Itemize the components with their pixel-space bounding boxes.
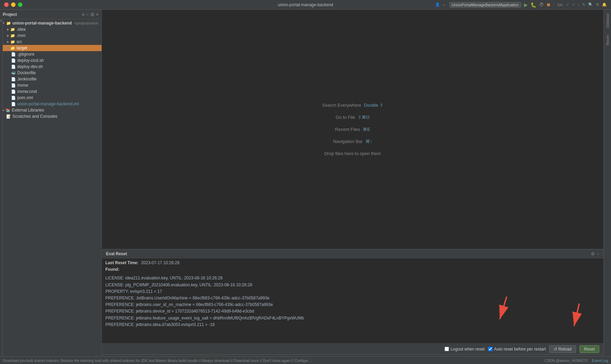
traffic-lights: [4, 2, 22, 7]
tree-label: union-portal-manage-backend.iml: [17, 102, 79, 106]
bottom-panel-header: Eval Reset ⚙ −: [102, 249, 603, 258]
found-line: Found:: [105, 266, 600, 273]
recent-files-label: Recent Files: [335, 127, 360, 132]
auto-reset-label: Auto reset before per restart: [494, 347, 546, 352]
search-everywhere-shortcut: Double ⇧: [364, 103, 383, 108]
sidebar-settings-icon[interactable]: ⚙: [90, 12, 95, 17]
tree-item-mvnw-cmd[interactable]: 📄 mvnw.cmd: [0, 88, 102, 95]
go-to-file-label: Go to File: [336, 115, 355, 120]
recent-files-shortcut: ⌘E: [363, 127, 370, 132]
tree-item-scratches[interactable]: 📝 Scratches and Consoles: [0, 113, 102, 119]
close-button[interactable]: [4, 2, 9, 7]
run-button[interactable]: ▶: [524, 2, 528, 8]
tree-item-mvn[interactable]: ▶ 📁 .mvn: [0, 32, 102, 39]
tree-label: .gitignore: [17, 52, 34, 57]
tree-item-iml[interactable]: 📄 union-portal-manage-backend.iml: [0, 101, 102, 107]
tree-label: deploy-dev.sh: [17, 64, 43, 69]
nav-bar-shortcut: ⌘↑: [365, 139, 372, 144]
status-bar-right: CSDN @weixin_44384273 Event Log: [545, 358, 608, 363]
tree-label: Scratches and Consoles: [12, 114, 57, 119]
tree-label: target: [17, 46, 27, 50]
tree-label: External Libraries: [12, 108, 44, 113]
tree-item-target[interactable]: ▶ 📁 target: [0, 45, 102, 51]
nav-bar-label: Navigation Bar: [333, 139, 363, 144]
last-reset-line: Last Reset Time: 2023-07-17 10:26:28: [105, 260, 600, 266]
logout-checkbox[interactable]: Logout when reset: [445, 347, 485, 352]
tree-item-mvnw[interactable]: 📄 mvnw: [0, 82, 102, 88]
log-line-6: PREFERENCE: jetbrains.feature_usage_even…: [105, 315, 600, 322]
tree-label: deploy-cicd.sh: [17, 58, 44, 63]
drop-files-label: Drop files here to open them: [324, 151, 381, 156]
settings-icon[interactable]: ⚙: [596, 2, 599, 7]
tree-item-deploy-cicd[interactable]: 📄 deploy-cicd.sh: [0, 57, 102, 64]
tree-item-jenkinsfile[interactable]: 📄 Jenkinsfile: [0, 76, 102, 82]
log-line-7: PREFERENCE: jetbrains.idea.d7ab3053.evls…: [105, 322, 600, 328]
title-toolbar-right: 👤 ← UnionPortalManageBackendApplication …: [435, 2, 607, 8]
reset-button[interactable]: Reset: [580, 345, 599, 353]
tree-label: mvnw: [17, 83, 28, 88]
search-button[interactable]: 🔍: [588, 2, 593, 7]
rsidebar-maven[interactable]: Maven: [604, 31, 611, 49]
empty-editor-hints: Search Everywhere Double ⇧ Go to File ⇧⌘…: [322, 103, 383, 156]
tree-label: .idea: [17, 27, 26, 32]
panel-settings-icon[interactable]: ⚙: [591, 251, 595, 256]
navigation-bar-hint: Navigation Bar ⌘↑: [333, 139, 372, 144]
left-project-tab: P: [0, 19, 3, 356]
event-log-label[interactable]: Event Log: [592, 358, 608, 363]
right-sidebar: Database Maven: [603, 10, 611, 364]
stop-button[interactable]: ⏹: [546, 2, 551, 7]
tree-item-idea[interactable]: ▶ 📁 .idea: [0, 26, 102, 32]
app-layout: union-portal-manage-backend 👤 ← UnionPor…: [0, 0, 611, 364]
tree-label: Jenkinsfile: [17, 77, 37, 82]
log-line-1: LICENSE: plg_PCWMP_20210406.evaluation.k…: [105, 282, 600, 288]
tree-label: pom.xml: [17, 95, 33, 100]
tree-label: Dockerfile: [17, 70, 36, 75]
profile-button[interactable]: ⏱: [539, 2, 544, 7]
tree-item-gitignore[interactable]: 📄 .gitignore: [0, 51, 102, 57]
sidebar-actions: ≡ − ⚙ ×: [82, 12, 99, 17]
found-label: Found:: [105, 267, 120, 272]
tree-root[interactable]: ▼ 📁 union-portal-manage-backend ~/projec…: [0, 20, 102, 26]
project-tab-label[interactable]: P: [0, 19, 3, 24]
minimize-button[interactable]: [11, 2, 16, 7]
sidebar: Project ≡ − ⚙ × ▼ 📁 union-portal-manage-…: [0, 10, 102, 364]
auto-reset-checkbox[interactable]: Auto reset before per restart: [488, 347, 546, 352]
tree-label: src: [17, 39, 22, 44]
sort-icon[interactable]: ≡: [82, 12, 84, 17]
maximize-button[interactable]: [18, 2, 22, 7]
run-config-label[interactable]: UnionPortalManageBackendApplication: [449, 2, 521, 8]
debug-button[interactable]: 🐛: [531, 2, 536, 8]
editor-and-bottom: Search Everywhere Double ⇧ Go to File ⇧⌘…: [102, 10, 603, 364]
notification-icon[interactable]: 🔔: [602, 2, 607, 7]
reload-button[interactable]: ↺ Reload: [549, 345, 576, 353]
git-checkmark[interactable]: ✓: [566, 2, 569, 7]
panel-title: Eval Reset: [106, 251, 127, 256]
collapse-icon[interactable]: −: [86, 12, 89, 17]
vcs-icon[interactable]: 👤: [435, 2, 440, 7]
status-message: Download pre-built shared indexes: Reduc…: [3, 358, 314, 363]
title-bar: union-portal-manage-backend 👤 ← UnionPor…: [0, 0, 611, 10]
navigate-back-icon[interactable]: ←: [443, 3, 447, 7]
git-status[interactable]: ✓: [572, 2, 575, 7]
status-bar-left: Download pre-built shared indexes: Reduc…: [3, 358, 314, 363]
tree-label: mvnw.cmd: [17, 89, 37, 94]
log-line-2: PROPERTY: evlsprt3.211 = 17: [105, 288, 600, 295]
rsidebar-database[interactable]: Database: [604, 10, 611, 31]
logout-checkbox-input[interactable]: [445, 347, 449, 351]
git-refresh[interactable]: ↻: [582, 2, 585, 7]
sidebar-close-icon[interactable]: ×: [96, 12, 99, 17]
tree-item-dockerfile[interactable]: 🐳 Dockerfile: [0, 70, 102, 76]
tree-item-deploy-dev[interactable]: 📄 deploy-dev.sh: [0, 64, 102, 70]
status-bar: Download pre-built shared indexes: Reduc…: [0, 356, 611, 364]
bottom-panel: Eval Reset ⚙ − Last Reset Time: 2023-07-…: [102, 249, 603, 354]
logout-label: Logout when reset: [450, 347, 485, 352]
bottom-panel-footer: Logout when reset Auto reset before per …: [102, 343, 603, 354]
last-reset-value: 2023-07-17 10:26:28: [141, 260, 179, 265]
tree-item-pom[interactable]: 📄 pom.xml: [0, 95, 102, 101]
tree-item-src[interactable]: ▶ 📁 src: [0, 39, 102, 45]
last-reset-label: Last Reset Time:: [105, 260, 139, 265]
git-push[interactable]: ↑: [578, 3, 580, 7]
auto-reset-checkbox-input[interactable]: [488, 347, 493, 351]
tree-item-ext-libs[interactable]: ▶ 📚 External Libraries: [0, 107, 102, 113]
panel-minimize-icon[interactable]: −: [597, 251, 599, 256]
